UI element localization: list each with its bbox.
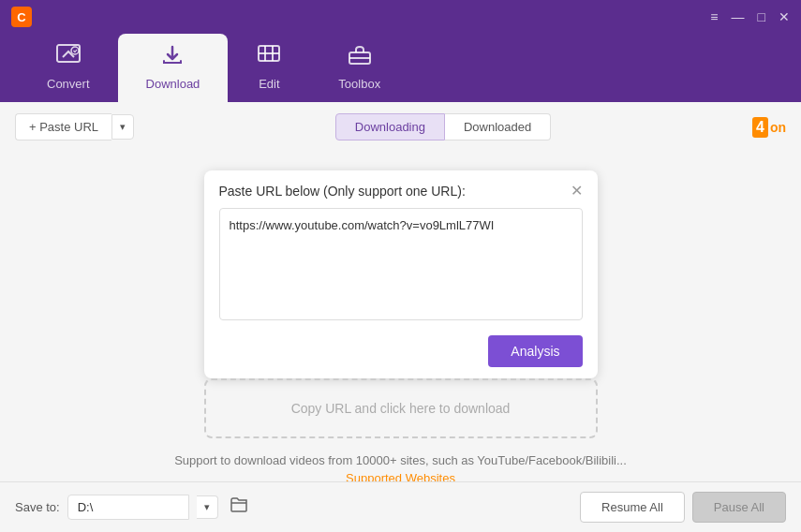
url-input[interactable] <box>219 208 583 320</box>
title-bar-controls: ≡ — □ ✕ <box>710 10 790 23</box>
save-path-input[interactable] <box>67 495 189 520</box>
tab-download-label: Download <box>146 77 200 91</box>
url-dialog-close-button[interactable]: ✕ <box>571 184 583 199</box>
drop-zone-hint: Copy URL and click here to download <box>291 401 511 416</box>
toolbar: + Paste URL ▾ Downloading Downloaded 4 o… <box>0 102 801 152</box>
four-on-logo: 4 on <box>752 117 786 138</box>
tab-edit[interactable]: Edit <box>228 34 310 102</box>
tab-convert[interactable]: Convert <box>19 34 118 102</box>
tab-toolbox[interactable]: Toolbox <box>310 34 408 102</box>
drop-zone[interactable]: Copy URL and click here to download <box>204 378 598 438</box>
url-card-header: Paste URL below (Only support one URL): … <box>204 170 598 208</box>
paste-url-button[interactable]: + Paste URL <box>15 113 111 140</box>
pause-all-button[interactable]: Pause All <box>692 492 786 523</box>
app-logo: C <box>11 7 32 27</box>
save-to-label: Save to: <box>15 500 60 514</box>
title-bar-left: C <box>11 7 32 27</box>
url-card-title: Paste URL below (Only support one URL): <box>219 184 466 199</box>
tab-download[interactable]: Download <box>118 34 229 102</box>
tab-convert-label: Convert <box>47 77 90 91</box>
filter-tab-downloading[interactable]: Downloading <box>335 113 445 140</box>
menu-button[interactable]: ≡ <box>710 10 718 23</box>
main-area: + Paste URL ▾ Downloading Downloaded 4 o… <box>0 102 801 481</box>
four-badge: 4 <box>752 117 768 138</box>
supported-websites-link[interactable]: Supported Websites <box>346 471 455 481</box>
close-button[interactable]: ✕ <box>779 10 790 23</box>
download-icon <box>159 43 185 71</box>
url-card-footer: Analysis <box>204 324 598 378</box>
resume-all-button[interactable]: Resume All <box>580 492 685 523</box>
filter-tab-downloaded[interactable]: Downloaded <box>445 113 551 140</box>
paste-dropdown-arrow: ▾ <box>120 121 126 132</box>
action-buttons: Resume All Pause All <box>580 492 786 523</box>
paste-url-dropdown[interactable]: ▾ <box>111 114 134 140</box>
toolbox-icon <box>347 43 373 71</box>
minimize-button[interactable]: — <box>732 10 745 23</box>
save-path-dropdown-button[interactable]: ▾ <box>197 495 218 519</box>
save-to-group: Save to: ▾ <box>15 495 252 520</box>
bottom-bar: Save to: ▾ Resume All Pause All <box>0 481 801 532</box>
content-area: Paste URL below (Only support one URL): … <box>0 152 801 481</box>
paste-url-label: + Paste URL <box>29 120 98 134</box>
nav-bar: Convert Download Edit <box>0 34 801 102</box>
on-text: on <box>770 120 786 135</box>
path-dropdown-arrow: ▾ <box>204 501 210 512</box>
open-folder-button[interactable] <box>226 496 252 518</box>
filter-tab-group: Downloading Downloaded <box>335 113 551 140</box>
tab-edit-label: Edit <box>259 77 279 91</box>
convert-icon <box>55 43 82 71</box>
maximize-button[interactable]: □ <box>758 10 765 23</box>
support-description: Support to download videos from 10000+ s… <box>174 453 627 467</box>
edit-icon <box>256 43 282 71</box>
svg-point-1 <box>71 47 79 54</box>
tab-toolbox-label: Toolbox <box>338 77 380 91</box>
analysis-button[interactable]: Analysis <box>488 335 582 367</box>
toolbar-left: + Paste URL ▾ <box>15 113 134 140</box>
url-dialog-card: Paste URL below (Only support one URL): … <box>204 170 598 378</box>
title-bar: C ≡ — □ ✕ <box>0 0 801 34</box>
